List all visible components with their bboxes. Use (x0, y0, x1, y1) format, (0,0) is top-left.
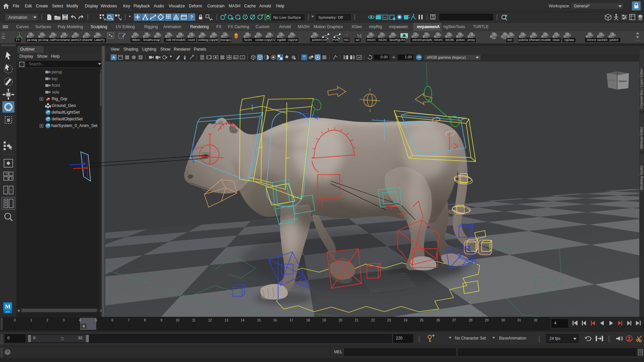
svg-text:FRONT: FRONT (608, 79, 616, 82)
svg-text:IPR: IPR (383, 16, 387, 19)
svg-text:T: T (242, 56, 244, 59)
svg-text:RIGHT: RIGHT (619, 80, 627, 83)
